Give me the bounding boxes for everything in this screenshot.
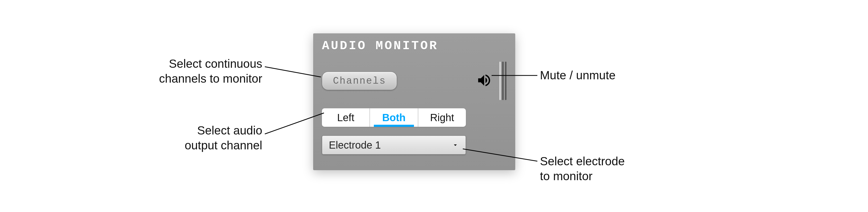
- chevron-down-icon: [452, 139, 459, 151]
- segment-both[interactable]: Both: [370, 108, 418, 127]
- electrode-select[interactable]: Electrode 1: [322, 136, 466, 154]
- annotation-channels: Select continuouschannels to monitor: [103, 57, 262, 86]
- slider-groove: [505, 62, 506, 100]
- volume-slider[interactable]: [499, 62, 506, 100]
- channels-button[interactable]: Channels: [322, 72, 397, 90]
- annotation-output: Select audiooutput channel: [126, 123, 262, 153]
- slider-groove: [499, 62, 501, 100]
- annotation-electrode: Select electrodeto monitor: [540, 154, 699, 183]
- segment-right[interactable]: Right: [418, 108, 466, 127]
- svg-line-0: [265, 67, 321, 77]
- audio-monitor-panel: AUDIO MONITOR Channels Left Both Right E…: [313, 33, 515, 170]
- electrode-select-value: Electrode 1: [329, 139, 381, 151]
- slider-groove: [502, 62, 504, 100]
- segment-left[interactable]: Left: [322, 108, 370, 127]
- mute-toggle[interactable]: [475, 71, 494, 90]
- annotation-mute: Mute / unmute: [540, 68, 699, 83]
- panel-title: AUDIO MONITOR: [313, 33, 515, 58]
- volume-icon: [476, 72, 492, 89]
- output-channel-segmented: Left Both Right: [322, 108, 466, 127]
- panel-row-top: Channels: [313, 58, 515, 106]
